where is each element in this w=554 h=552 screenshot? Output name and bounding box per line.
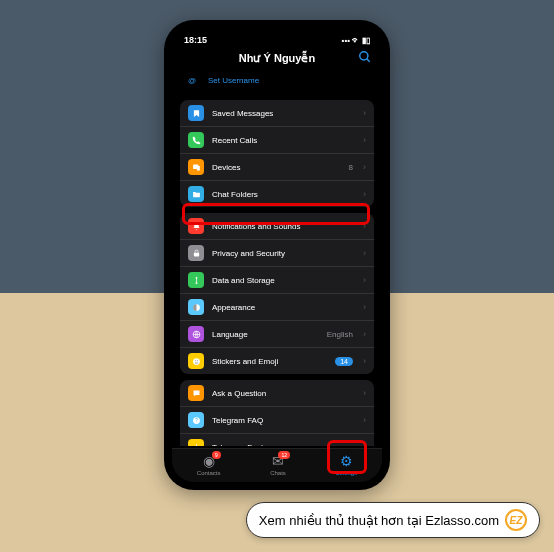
tab-chats[interactable]: ✉12Chats [270,453,286,476]
chats-icon: ✉12 [272,453,284,469]
tab-badge: 12 [278,451,290,459]
chevron-right-icon: › [363,275,366,285]
row-badge: 14 [335,357,353,366]
sticker-icon [188,353,204,369]
chevron-right-icon: › [363,415,366,425]
settings-row-devices[interactable]: Devices8› [180,154,374,181]
tab-label: Settings [335,470,357,476]
settings-row-telegram-features[interactable]: Telegram Features› [180,434,374,446]
section-1: Saved Messages›Recent Calls›Devices8›Cha… [180,100,374,207]
devices-icon [188,159,204,175]
bell-icon [188,218,204,234]
chat-icon [188,385,204,401]
chevron-right-icon: › [363,442,366,446]
notch [232,28,322,44]
settings-row-stickers-and-emoji[interactable]: Stickers and Emoji14› [180,348,374,374]
footer-text: Xem nhiều thủ thuật hơn tại Ezlasso.com [259,513,499,528]
phone-frame: 18:15 ••• ᯤ ▮▯ Như Ý Nguyễn @ Set Userna… [164,20,390,490]
ez-logo-icon: EZ [505,509,527,531]
section-3: Ask a Question›?Telegram FAQ›Telegram Fe… [180,380,374,446]
settings-row-data-and-storage[interactable]: Data and Storage› [180,267,374,294]
page-title: Như Ý Nguyễn [239,52,315,65]
row-label: Chat Folders [212,190,355,199]
svg-point-9 [197,360,198,361]
phone-icon [188,132,204,148]
tab-contacts[interactable]: ◉9Contacts [197,453,221,476]
faq-icon: ? [188,412,204,428]
search-icon[interactable] [358,50,372,67]
svg-point-8 [195,360,196,361]
chevron-right-icon: › [363,162,366,172]
contacts-icon: ◉9 [203,453,215,469]
settings-content: @ Set Username Saved Messages›Recent Cal… [172,70,382,446]
row-value: English [327,330,353,339]
row-label: Telegram Features [212,443,355,447]
settings-row-telegram-faq[interactable]: ?Telegram FAQ› [180,407,374,434]
battery-icon: ▮▯ [362,36,370,45]
row-label: Devices [212,163,341,172]
chevron-right-icon: › [363,248,366,258]
row-label: Ask a Question [212,389,355,398]
settings-row-ask-a-question[interactable]: Ask a Question› [180,380,374,407]
chevron-right-icon: › [363,189,366,199]
settings-row-recent-calls[interactable]: Recent Calls› [180,127,374,154]
settings-row-chat-folders[interactable]: Chat Folders› [180,181,374,207]
row-value: 8 [349,163,353,172]
screen: 18:15 ••• ᯤ ▮▯ Như Ý Nguyễn @ Set Userna… [172,28,382,482]
tab-label: Chats [270,470,286,476]
chevron-right-icon: › [363,329,366,339]
row-label: Data and Storage [212,276,355,285]
svg-line-1 [367,59,370,62]
header: Như Ý Nguyễn [172,48,382,71]
tab-settings[interactable]: ⚙Settings [335,453,357,476]
settings-row-language[interactable]: LanguageEnglish› [180,321,374,348]
chevron-right-icon: › [363,135,366,145]
row-label: Privacy and Security [212,249,355,258]
tab-label: Contacts [197,470,221,476]
row-label: Recent Calls [212,136,355,145]
settings-icon: ⚙ [340,453,353,469]
footer-pill[interactable]: Xem nhiều thủ thuật hơn tại Ezlasso.com … [246,502,540,538]
status-time: 18:15 [184,35,207,45]
globe-icon [188,326,204,342]
appearance-icon [188,299,204,315]
row-label: Appearance [212,303,355,312]
settings-row-appearance[interactable]: Appearance› [180,294,374,321]
chevron-right-icon: › [363,388,366,398]
star-icon [188,439,204,446]
row-label: Saved Messages [212,109,355,118]
svg-point-0 [360,52,368,60]
settings-row-notifications-and-sounds[interactable]: Notifications and Sounds› [180,213,374,240]
folder-icon [188,186,204,202]
settings-row-saved-messages[interactable]: Saved Messages› [180,100,374,127]
tab-bar: ◉9Contacts✉12Chats⚙Settings [172,448,382,482]
set-username-row[interactable]: @ Set Username [172,70,382,94]
data-icon [188,272,204,288]
svg-point-7 [193,358,200,365]
lock-icon [188,245,204,261]
row-label: Stickers and Emoji [212,357,327,366]
svg-rect-4 [193,252,198,256]
chevron-right-icon: › [363,108,366,118]
svg-rect-3 [196,166,199,171]
row-label: Telegram FAQ [212,416,355,425]
chevron-right-icon: › [363,302,366,312]
section-2: Notifications and Sounds›Privacy and Sec… [180,213,374,374]
wifi-icon: ᯤ [352,36,360,45]
signal-icon: ••• [342,36,350,45]
chevron-right-icon: › [363,221,366,231]
username-label: Set Username [208,76,259,85]
bookmark-icon [188,105,204,121]
at-icon: @ [184,72,200,88]
row-label: Notifications and Sounds [212,222,355,231]
chevron-right-icon: › [363,356,366,366]
row-label: Language [212,330,319,339]
tab-badge: 9 [212,451,221,459]
settings-row-privacy-and-security[interactable]: Privacy and Security› [180,240,374,267]
